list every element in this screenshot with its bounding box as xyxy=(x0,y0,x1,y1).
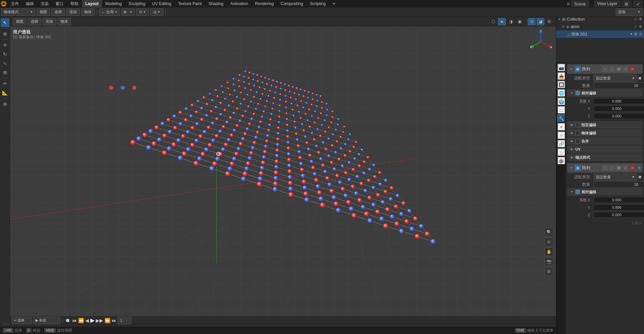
window-btn[interactable]: ⊞ xyxy=(622,1,631,7)
mode-selector[interactable]: 物体模式 ▼ xyxy=(1,8,35,16)
physics-properties-btn[interactable]: ⚛ xyxy=(557,131,565,139)
transform-global[interactable]: ↔ 全局 ▼ xyxy=(99,8,120,16)
workspace-modeling[interactable]: Modeling xyxy=(102,0,125,7)
viewport-3d[interactable]: 用户透视 (1) 场景集合 | 球体.001 Z X Y 🔍 ⊖ ✋ 📷 ⊞ xyxy=(10,26,556,316)
data-properties-btn[interactable]: △ xyxy=(557,148,565,156)
timeline-playback-dropdown[interactable]: ▶ 框选 xyxy=(33,317,60,324)
jump-end-btn[interactable]: ⏭ xyxy=(112,318,116,323)
fit-type-dot-1[interactable] xyxy=(639,77,641,80)
outliner-atom[interactable]: ▼ ⊕ atom ✓ 👁 xyxy=(556,23,644,30)
add-menu-btn[interactable]: 添加 xyxy=(66,8,80,16)
mod1-move-down[interactable]: ↓ xyxy=(609,66,615,72)
vp-gizmo-btn[interactable]: ◕ xyxy=(536,18,545,25)
merge-checkbox[interactable] xyxy=(575,139,580,143)
vp-render-btn[interactable]: ◉ xyxy=(515,18,524,25)
object-offset-checkbox[interactable] xyxy=(575,131,580,135)
fit-type-dropdown-2[interactable]: 固定数量 ▼ xyxy=(594,174,637,180)
workspace-add[interactable]: + xyxy=(329,0,339,7)
rel-x-input-1[interactable] xyxy=(594,98,644,104)
relative-offset-checkbox-2[interactable] xyxy=(575,190,580,194)
fit-type-dropdown-1[interactable]: 固定数量 ▼ xyxy=(594,75,637,82)
view-menu-btn[interactable]: 视图 xyxy=(37,8,50,16)
render-properties-btn[interactable]: 📷 xyxy=(557,64,565,72)
vp-material-btn[interactable]: ◑ xyxy=(507,18,515,25)
select-options[interactable]: 选项 ▼ xyxy=(616,8,643,16)
mod1-move-up[interactable]: ↑ xyxy=(602,66,608,72)
select-menu-btn[interactable]: 选择 xyxy=(51,8,65,16)
viewport-select-menu[interactable]: 选择 xyxy=(28,18,41,25)
grid-view-btn[interactable]: ⊞ xyxy=(545,267,553,276)
view-layer-selector[interactable]: View Layer xyxy=(594,1,620,7)
modifier-properties-btn[interactable]: 🔧 xyxy=(557,114,565,123)
uv-header[interactable]: ▶ UV xyxy=(567,146,643,153)
rel-z-input-2[interactable] xyxy=(594,212,644,218)
zoom-in-btn[interactable]: 🔍 xyxy=(545,228,553,237)
gizmo-axis[interactable]: Z X Y xyxy=(529,30,553,53)
fullscreen-btn[interactable]: ⤢ xyxy=(633,1,643,7)
rel-y-input-1[interactable] xyxy=(594,106,644,112)
next-keyframe-btn[interactable]: ▶▶ xyxy=(96,318,103,323)
count-input-2[interactable] xyxy=(594,181,644,188)
vp-solid-btn[interactable]: ● xyxy=(498,18,506,25)
menu-help[interactable]: 帮助 xyxy=(67,0,82,7)
workspace-layout[interactable]: Layout xyxy=(82,0,102,7)
material-properties-btn[interactable]: ⬤ xyxy=(557,157,565,165)
workspace-sculpting[interactable]: Sculpting xyxy=(125,0,149,7)
transform-tool-btn[interactable]: ⊞ xyxy=(1,68,9,77)
add-object-btn[interactable]: ⊕ xyxy=(1,99,9,108)
atom-check[interactable]: ✓ xyxy=(634,24,637,29)
collection-eye[interactable]: 👁 xyxy=(639,17,643,22)
camera-view-btn[interactable]: 📷 xyxy=(545,257,553,266)
proportional-edit[interactable]: ◎ ▼ xyxy=(150,8,163,16)
rel-x-input-2[interactable] xyxy=(594,197,644,203)
rel-y-input-2[interactable] xyxy=(594,204,644,210)
mod1-apply[interactable]: ✓ xyxy=(622,66,628,72)
workspace-scripting[interactable]: Scripting xyxy=(307,0,329,7)
menu-file[interactable]: 文件 xyxy=(7,0,22,7)
object-offset-header[interactable]: ▶ 物体偏移 xyxy=(567,129,643,137)
prev-keyframe-btn[interactable]: ◀ xyxy=(85,318,89,323)
mod2-delete[interactable]: ✕ xyxy=(629,165,635,171)
output-properties-btn[interactable]: 📤 xyxy=(557,72,565,80)
rotate-tool-btn[interactable]: ↻ xyxy=(1,50,9,59)
merge-header[interactable]: ▶ 合并 xyxy=(567,137,643,145)
relative-offset-header-2[interactable]: ▼ 相对偏移 xyxy=(567,188,643,196)
constant-offset-header[interactable]: ▶ 恒定偏移 xyxy=(567,121,643,129)
workspace-uv-editing[interactable]: UV Editing xyxy=(149,0,175,7)
mod1-delete[interactable]: ✕ xyxy=(629,66,635,72)
mod2-move-down[interactable]: ↓ xyxy=(609,165,615,171)
menu-render[interactable]: 渲染 xyxy=(37,0,52,7)
viewport-object-menu[interactable]: 物体 xyxy=(58,18,71,25)
scene-properties-btn[interactable]: 🌐 xyxy=(557,89,565,97)
scale-tool-btn[interactable]: ⤡ xyxy=(1,59,9,68)
move-tool-btn[interactable]: ✛ xyxy=(1,41,9,49)
viewport-add-menu[interactable]: 添加 xyxy=(43,18,56,25)
vp-wireframe-btn[interactable]: ⬡ xyxy=(489,18,497,25)
pan-btn[interactable]: ✋ xyxy=(545,247,553,256)
sphere-eye[interactable]: 👁 xyxy=(639,32,643,37)
vp-viewport-settings-btn[interactable]: ⚙ xyxy=(545,18,553,25)
constant-offset-checkbox[interactable] xyxy=(575,123,580,127)
world-properties-btn[interactable]: 🌍 xyxy=(557,97,565,106)
workspace-animation[interactable]: Animation xyxy=(227,0,251,7)
measure-tool-btn[interactable]: 📐 xyxy=(1,88,9,97)
snap-toggle[interactable]: ⊙ ▼ xyxy=(136,8,149,16)
next-frame-btn[interactable]: ⏩ xyxy=(105,318,110,323)
view-layer-properties-btn[interactable]: 🔲 xyxy=(557,81,565,89)
select-tool-btn[interactable]: ↖ xyxy=(1,18,9,27)
workspace-shading[interactable]: Shading xyxy=(205,0,227,7)
rel-z-input-1[interactable] xyxy=(594,113,644,119)
annotate-tool-btn[interactable]: ✏ xyxy=(1,79,9,88)
outliner-sphere001[interactable]: △ 球体.001 ✦ ⊞ 👁 xyxy=(556,30,644,38)
cursor-tool-btn[interactable]: ⊕ xyxy=(1,29,9,38)
object-menu-btn[interactable]: 物体 xyxy=(81,8,95,16)
workspace-compositing[interactable]: Compositing xyxy=(277,0,307,7)
relative-offset-header-1[interactable]: ▼ 相对偏移 xyxy=(567,89,643,97)
collection-check[interactable]: ✓ xyxy=(634,17,637,22)
current-frame-display[interactable]: 1 xyxy=(118,317,131,324)
object-properties-btn[interactable]: ◻ xyxy=(557,106,565,114)
scene-selector[interactable]: Scene xyxy=(571,1,589,7)
jump-start-btn[interactable]: ⏮ xyxy=(72,318,77,323)
vertex-style-header[interactable]: ▶ 端点样式 xyxy=(567,154,643,161)
timeline-rewind-dropdown[interactable]: ↩ 选择 xyxy=(12,317,32,324)
